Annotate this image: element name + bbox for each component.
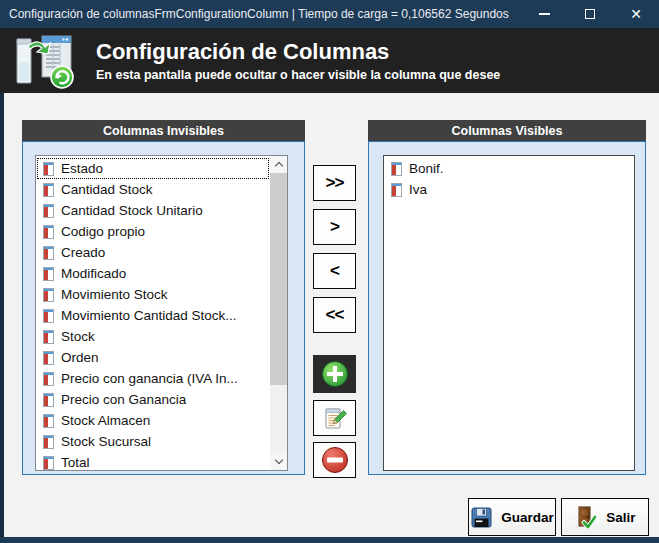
list-item[interactable]: Creado — [37, 242, 269, 263]
column-icon — [43, 414, 54, 428]
list-item-label: Iva — [409, 182, 427, 197]
list-item-label: Precio con Ganancia — [61, 392, 186, 407]
visible-columns-body: Bonif. Iva — [368, 141, 646, 475]
exit-button-label: Salir — [606, 510, 635, 525]
list-item[interactable]: Movimiento Cantidad Stock... — [37, 305, 269, 326]
list-item[interactable]: Estado — [37, 158, 269, 179]
list-item[interactable]: Orden — [37, 347, 269, 368]
minimize-icon — [539, 13, 550, 15]
column-icon — [43, 183, 54, 197]
list-item[interactable]: Precio con ganancia (IVA In... — [37, 368, 269, 389]
window-controls: ✕ — [521, 0, 659, 28]
list-item[interactable]: Cantidad Stock Unitario — [37, 200, 269, 221]
page-subtitle: En esta pantalla puede ocultar o hacer v… — [96, 68, 500, 82]
list-item-label: Orden — [61, 350, 99, 365]
scrollbar-thumb[interactable] — [270, 173, 287, 385]
column-icon — [43, 351, 54, 365]
list-item-label: Codigo propio — [61, 224, 145, 239]
chevron-down-icon — [274, 456, 282, 464]
minimize-button[interactable] — [521, 0, 567, 28]
app-header: Configuración de Columnas En esta pantal… — [0, 28, 659, 93]
column-icon — [43, 204, 54, 218]
window-title: Configuración de columnasFrmConfiguratio… — [0, 7, 509, 21]
list-item-label: Total — [61, 455, 90, 470]
plus-circle-icon — [321, 360, 349, 388]
column-icon — [43, 267, 54, 281]
maximize-button[interactable] — [567, 0, 613, 28]
add-button[interactable] — [313, 355, 356, 393]
invisible-columns-body: Estado Cantidad Stock Cantidad Stock Uni… — [22, 141, 305, 475]
minus-circle-icon — [321, 446, 349, 474]
visible-columns-list[interactable]: Bonif. Iva — [383, 155, 635, 471]
background-window-bottom-edge — [0, 537, 659, 543]
list-item[interactable]: Stock Almacen — [37, 410, 269, 431]
column-icon — [391, 183, 402, 197]
header-text: Configuración de Columnas En esta pantal… — [96, 39, 500, 82]
save-button-label: Guardar — [501, 510, 554, 525]
close-button[interactable]: ✕ — [613, 0, 659, 28]
list-item-label: Precio con ganancia (IVA In... — [61, 371, 238, 386]
list-item-label: Stock — [61, 329, 95, 344]
visible-columns-title: Columnas Visibles — [368, 120, 646, 141]
visible-columns-panel: Columnas Visibles Bonif. Iva — [368, 120, 646, 475]
column-icon — [43, 162, 54, 176]
invisible-columns-list[interactable]: Estado Cantidad Stock Cantidad Stock Uni… — [35, 155, 288, 471]
list-item-label: Stock Sucursal — [61, 434, 151, 449]
list-item-label: Cantidad Stock Unitario — [61, 203, 203, 218]
scroll-down-button[interactable] — [270, 453, 287, 470]
title-bar: Configuración de columnasFrmConfiguratio… — [0, 0, 659, 28]
close-icon: ✕ — [630, 7, 642, 21]
column-icon — [43, 309, 54, 323]
dialog-body: Columnas Invisibles Estado Cantidad Stoc… — [0, 93, 659, 543]
column-icon — [43, 456, 54, 470]
transfer-button[interactable]: << — [313, 297, 356, 333]
column-icon — [43, 246, 54, 260]
save-button[interactable]: Guardar — [468, 498, 556, 536]
column-icon — [43, 330, 54, 344]
list-item-label: Modificado — [61, 266, 126, 281]
list-item-label: Bonif. — [409, 161, 444, 176]
column-icon — [43, 435, 54, 449]
invisible-columns-title: Columnas Invisibles — [22, 120, 305, 141]
maximize-icon — [585, 9, 595, 19]
column-icon — [43, 393, 54, 407]
list-item[interactable]: Iva — [385, 179, 633, 200]
column-icon — [43, 225, 54, 239]
invisible-columns-panel: Columnas Invisibles Estado Cantidad Stoc… — [22, 120, 305, 475]
columns-sync-icon — [12, 32, 80, 90]
list-item[interactable]: Cantidad Stock — [37, 179, 269, 200]
column-icon — [43, 288, 54, 302]
list-item-label: Movimiento Stock — [61, 287, 168, 302]
column-icon — [391, 162, 402, 176]
transfer-button[interactable]: > — [313, 209, 356, 245]
remove-button[interactable] — [313, 442, 356, 478]
list-item[interactable]: Stock — [37, 326, 269, 347]
list-item[interactable]: Bonif. — [385, 158, 633, 179]
background-window-left-edge — [0, 93, 4, 543]
scroll-up-button[interactable] — [270, 156, 287, 173]
door-exit-icon — [574, 505, 598, 530]
transfer-button[interactable]: >> — [313, 165, 356, 201]
list-item-label: Stock Almacen — [61, 413, 150, 428]
list-item[interactable]: Total — [37, 452, 269, 473]
list-item-label: Movimiento Cantidad Stock... — [61, 308, 237, 323]
list-item-label: Cantidad Stock — [61, 182, 153, 197]
list-item-label: Creado — [61, 245, 105, 260]
exit-button[interactable]: Salir — [561, 498, 649, 536]
list-item[interactable]: Codigo propio — [37, 221, 269, 242]
list-item[interactable]: Movimiento Stock — [37, 284, 269, 305]
column-icon — [43, 372, 54, 386]
page-title: Configuración de Columnas — [96, 39, 500, 64]
list-item[interactable]: Modificado — [37, 263, 269, 284]
edit-button[interactable] — [313, 400, 356, 436]
floppy-disk-icon — [470, 506, 493, 529]
list-item[interactable]: Stock Sucursal — [37, 431, 269, 452]
list-item-label: Estado — [61, 161, 103, 176]
chevron-up-icon — [274, 162, 282, 170]
transfer-button[interactable]: < — [313, 253, 356, 289]
transfer-buttons: >>><<< — [313, 165, 356, 333]
scrollbar[interactable] — [270, 156, 287, 470]
list-item[interactable]: Precio con Ganancia — [37, 389, 269, 410]
edit-notepad-icon — [322, 405, 348, 431]
